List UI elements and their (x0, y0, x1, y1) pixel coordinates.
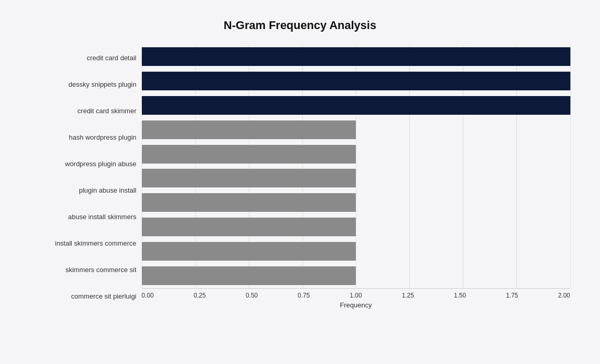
chart-area: credit card detaildessky snippets plugin… (30, 45, 570, 309)
bar-row (142, 265, 570, 287)
bar-row (142, 70, 570, 92)
y-label: credit card skimmer (77, 107, 136, 114)
bar (142, 120, 356, 139)
bar-row (142, 167, 570, 189)
y-label: commerce sit pierluigi (71, 293, 137, 300)
x-tick: 1.00 (350, 292, 362, 299)
x-axis-label: Frequency (142, 301, 570, 309)
bar (142, 218, 356, 236)
bar-row (142, 46, 570, 68)
x-tick: 1.75 (506, 292, 518, 299)
bars-area (142, 45, 570, 288)
chart-title: N-Gram Frequency Analysis (30, 19, 570, 32)
bar (142, 145, 356, 164)
y-label: wordpress plugin abuse (65, 160, 136, 167)
grid-line (570, 45, 571, 288)
y-label: install skimmers commerce (55, 240, 137, 247)
x-axis: 0.000.250.500.751.001.251.501.752.00 Fre… (142, 289, 570, 309)
bar (142, 266, 356, 285)
x-ticks: 0.000.250.500.751.001.251.501.752.00 (142, 289, 570, 299)
bar (142, 193, 356, 212)
y-label: abuse install skimmers (68, 213, 137, 220)
y-label: credit card detail (87, 55, 136, 61)
y-label: hash wordpress plugin (69, 134, 136, 141)
bar (142, 47, 570, 66)
chart-container: N-Gram Frequency Analysis credit card de… (15, 8, 586, 356)
x-tick: 2.00 (558, 292, 570, 299)
bar (142, 72, 570, 90)
y-labels: credit card detaildessky snippets plugin… (30, 45, 142, 309)
bar (142, 96, 570, 115)
y-label: dessky snippets plugin (69, 81, 137, 88)
bar-row (142, 143, 570, 165)
y-label: skimmers commerce sit (65, 266, 137, 273)
x-tick: 0.50 (246, 292, 258, 299)
bar-row (142, 95, 570, 116)
x-tick: 0.75 (298, 292, 310, 299)
x-tick: 1.25 (402, 292, 414, 299)
bars-and-xaxis: 0.000.250.500.751.001.251.501.752.00 Fre… (142, 45, 570, 309)
x-tick: 0.25 (194, 292, 206, 299)
bar (142, 242, 356, 261)
bar-row (142, 216, 570, 238)
y-label: plugin abuse install (79, 187, 137, 194)
bar (142, 169, 356, 187)
x-tick: 1.50 (454, 292, 466, 299)
bar-row (142, 192, 570, 213)
x-tick: 0.00 (142, 292, 154, 299)
bar-row (142, 240, 570, 262)
bar-row (142, 119, 570, 141)
